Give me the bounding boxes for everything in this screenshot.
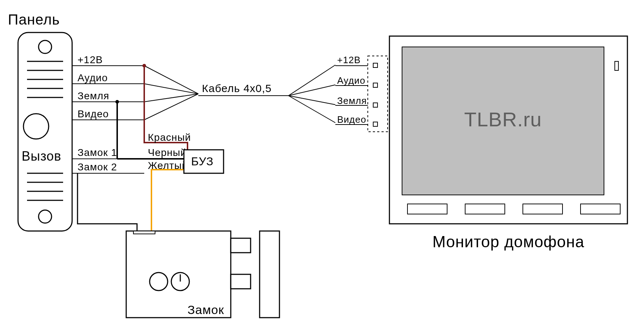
- panel-signal-lock2: Замок 2: [78, 161, 117, 173]
- panel-signal-lines: +12В Аудио Земля Видео Замок 1 Замок 2: [72, 54, 144, 173]
- lock-label: Замок: [188, 303, 224, 317]
- diagram-canvas: Панель Вызов +12В Аудио Земля Видео Замо…: [0, 0, 644, 331]
- panel-title: Панель: [8, 12, 60, 27]
- cable-wire: [288, 85, 335, 96]
- wire-black-label: Черный: [148, 147, 186, 158]
- panel-signal-12v: +12В: [78, 54, 103, 65]
- lock-assembly: Замок: [126, 231, 279, 318]
- monitor-button: [581, 204, 620, 214]
- buz-label: БУЗ: [191, 155, 213, 168]
- terminal-pin: [373, 103, 378, 107]
- wire-yellow-label: Желтый: [148, 160, 188, 171]
- cable-wire: [288, 96, 335, 123]
- panel-screw-top: [39, 40, 52, 53]
- terminal-pin: [373, 63, 378, 67]
- svg-rect-12: [231, 238, 251, 253]
- monitor-signal-lines: +12В Аудио Земля Видео: [335, 55, 368, 125]
- cable-wire: [288, 96, 335, 105]
- monitor-button: [465, 204, 505, 214]
- wire-yellow: [151, 170, 184, 231]
- svg-rect-11: [133, 231, 155, 234]
- monitor-title: Монитор домофона: [432, 233, 585, 251]
- svg-rect-14: [260, 231, 279, 318]
- wire-red-label: Красный: [148, 132, 191, 143]
- panel-body: [18, 32, 72, 231]
- cable-wire: [288, 65, 335, 96]
- cable-wire: [144, 66, 198, 94]
- panel-signal-audio: Аудио: [78, 72, 108, 83]
- terminal-pin: [373, 83, 378, 87]
- monitor: TLBR.ru: [389, 36, 627, 224]
- panel-signal-video: Видео: [78, 108, 109, 119]
- panel-signal-ground: Земля: [78, 90, 109, 101]
- monitor-button: [523, 204, 563, 214]
- monitor-screen-brand: TLBR.ru: [464, 108, 542, 131]
- cable-wire: [144, 84, 198, 94]
- panel-signal-lock1: Замок 1: [78, 147, 117, 158]
- monitor-signal-video: Видео: [337, 114, 366, 125]
- panel-screw-bottom: [39, 210, 52, 223]
- cable-label: Кабель 4х0,5: [202, 82, 272, 94]
- terminal-pin: [373, 122, 378, 126]
- monitor-button: [407, 204, 447, 214]
- monitor-signal-audio: Аудио: [337, 75, 365, 86]
- call-button-label: Вызов: [22, 149, 61, 164]
- monitor-signal-12v: +12В: [337, 55, 361, 65]
- wire-lock2-down: [78, 173, 137, 231]
- monitor-signal-ground: Земля: [337, 95, 367, 106]
- panel-camera: [23, 114, 49, 139]
- svg-rect-13: [231, 274, 251, 289]
